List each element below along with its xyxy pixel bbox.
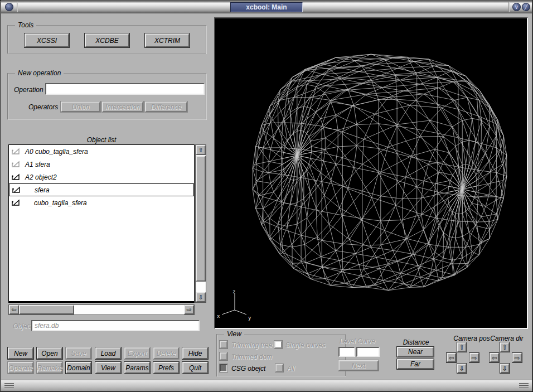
axis-indicator: z x y: [215, 289, 260, 322]
list-item-label: A0 cubo_taglia_sfera: [25, 148, 88, 156]
open-button[interactable]: Open: [37, 347, 62, 359]
trimmed-dom-label: Trimmed dom: [231, 353, 272, 361]
trimmed-dom-checkbox[interactable]: [220, 352, 227, 360]
axis-y-label: y: [248, 315, 251, 321]
camera-dir-label: Camera dir: [482, 335, 531, 342]
new-operation-group: New operation: [7, 73, 207, 120]
window-close-icon[interactable]: ╱: [522, 3, 530, 11]
level-curve-field-2[interactable]: [356, 347, 380, 357]
object-icon: [12, 161, 21, 168]
camera-pos-right-icon[interactable]: ⇨: [469, 353, 479, 362]
next-button[interactable]: Next: [338, 360, 379, 371]
window-shade-icon[interactable]: ∨: [512, 3, 521, 11]
resize-grip-icon[interactable]: [519, 383, 529, 388]
camera-dir-up-icon[interactable]: ⇧: [500, 342, 510, 352]
remake-button[interactable]: Remake: [37, 362, 62, 374]
scroll-right-icon[interactable]: ⇨: [184, 305, 194, 314]
intersection-button[interactable]: Intersection: [102, 101, 143, 112]
export-button[interactable]: Export: [124, 347, 150, 359]
vertical-scrollbar-thumb[interactable]: [196, 156, 206, 282]
save-button[interactable]: Save: [66, 347, 91, 359]
level-curve-field-1[interactable]: [338, 347, 355, 357]
list-item[interactable]: A0 cubo_taglia_sfera: [9, 145, 194, 158]
operators-label: Operators: [28, 103, 58, 111]
scroll-up-icon[interactable]: ⇧: [196, 145, 206, 155]
scroll-left-icon[interactable]: ⇦: [9, 305, 19, 314]
object-filename-input[interactable]: [31, 320, 200, 331]
far-button[interactable]: Far: [397, 359, 434, 369]
axis-x-label: x: [217, 313, 220, 319]
distance-label: Distance: [394, 338, 438, 346]
trimming-tree-checkbox[interactable]: [220, 341, 227, 349]
xctrim-button[interactable]: XCTRIM: [145, 33, 190, 47]
single-curves-label: Single curves: [285, 341, 326, 349]
resize-grip-icon[interactable]: [4, 383, 14, 388]
3d-viewport[interactable]: z x y: [214, 17, 528, 329]
camera-pos-up-icon[interactable]: ⇧: [457, 342, 467, 352]
level-curve-label: Level Curve: [340, 337, 375, 345]
prefs-button[interactable]: Prefs: [153, 362, 179, 374]
hide-button[interactable]: Hide: [182, 347, 208, 359]
list-item-selected[interactable]: sfera: [9, 183, 194, 196]
object-icon: [12, 148, 21, 156]
object-icon: [12, 186, 21, 194]
object-icon: [12, 173, 21, 181]
operation-label: Operation: [14, 86, 43, 94]
camera-pos-down-icon[interactable]: ⇩: [457, 364, 467, 373]
view-button[interactable]: View: [95, 362, 121, 374]
window-menu-icon[interactable]: −: [5, 3, 13, 11]
object-list: A0 cubo_taglia_sfera A1 sfera A2 object2…: [8, 144, 195, 303]
view-group-label: View: [224, 330, 244, 338]
titlebar-separator-left: [17, 2, 18, 12]
delete-button[interactable]: Delete: [153, 347, 179, 359]
list-item[interactable]: cubo_taglia_sfera: [9, 196, 194, 209]
xcbool-main-window: − xcbool: Main ∨ ╱ Tools XCSSI XCDBE XCT…: [0, 0, 533, 392]
trimming-tree-label: Trimming tree: [231, 341, 272, 349]
list-item-label: A1 sfera: [25, 161, 50, 168]
list-item-label: A2 object2: [25, 173, 57, 181]
camera-pos-left-icon[interactable]: ⇦: [447, 353, 456, 362]
operation-input[interactable]: [45, 83, 205, 95]
camera-dir-left-icon[interactable]: ⇦: [490, 353, 499, 362]
window-title: xcbool: Main: [230, 2, 303, 12]
object-list-title: Object list: [8, 136, 195, 144]
camera-dir-right-icon[interactable]: ⇨: [512, 353, 522, 362]
titlebar: − xcbool: Main ∨ ╱: [1, 1, 532, 13]
single-curves-checkbox[interactable]: [274, 341, 282, 349]
near-button[interactable]: Near: [397, 347, 434, 357]
params-button[interactable]: Params: [124, 362, 150, 374]
new-button[interactable]: New: [8, 347, 33, 359]
csg-object-checkbox[interactable]: [220, 364, 227, 372]
xcdbe-button[interactable]: XCDBE: [85, 33, 129, 47]
domain-button[interactable]: Domain: [66, 362, 91, 374]
list-item-label: sfera: [35, 186, 50, 194]
wireframe-sphere-cube: [215, 18, 527, 328]
xcssi-button[interactable]: XCSSI: [25, 33, 69, 47]
titlebar-separator-right: [508, 2, 510, 12]
all-checkbox[interactable]: [275, 364, 283, 372]
tools-group-label: Tools: [15, 21, 36, 29]
horizontal-scrollbar-thumb[interactable]: [19, 305, 74, 314]
difference-button[interactable]: Difference: [145, 101, 187, 112]
object-field-label: Object: [13, 322, 32, 330]
csg-object-label: CSG obejct: [231, 365, 265, 372]
camera-dir-down-icon[interactable]: ⇩: [500, 364, 510, 373]
axis-z-label: z: [232, 289, 235, 294]
object-icon: [12, 199, 21, 207]
union-button[interactable]: Union: [61, 101, 100, 112]
list-item-label: cubo_taglia_sfera: [34, 199, 87, 207]
all-label: All: [287, 365, 294, 372]
quit-button[interactable]: Quit: [182, 362, 208, 374]
operate-button[interactable]: Operate: [8, 362, 33, 374]
list-item[interactable]: A2 object2: [9, 171, 194, 183]
scroll-down-icon[interactable]: ⇩: [196, 292, 206, 302]
window-resize-bar: [1, 380, 532, 391]
new-operation-group-label: New operation: [15, 69, 64, 77]
load-button[interactable]: Load: [95, 347, 121, 359]
list-item[interactable]: A1 sfera: [9, 158, 194, 171]
